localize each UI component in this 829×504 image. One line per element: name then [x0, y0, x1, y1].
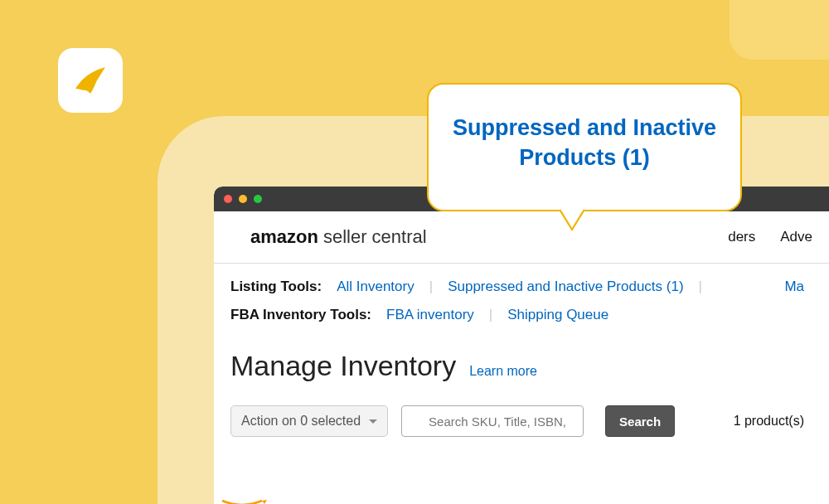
product-count: 1 product(s) [734, 414, 812, 429]
header-row: amazon seller central ders Adve [214, 211, 829, 264]
fba-tools-label: FBA Inventory Tools: [230, 307, 371, 323]
callout-bubble: Suppressed and Inactive Products (1) [427, 83, 742, 211]
top-nav-tail: ders Adve [728, 229, 829, 245]
page-heading: Manage Inventory Learn more [214, 335, 829, 389]
fba-tools-row: FBA Inventory Tools: FBA inventory | Shi… [230, 307, 812, 323]
search-box [401, 405, 584, 437]
tools-section: Listing Tools: All Inventory | Suppresse… [214, 264, 829, 323]
bulk-action-label: Action on 0 selected [241, 414, 361, 429]
brand-seller-central: seller central [323, 226, 427, 248]
separator: | [429, 279, 433, 295]
link-fba-inventory[interactable]: FBA inventory [386, 307, 474, 323]
listing-tools-label: Listing Tools: [230, 279, 322, 295]
link-tail-fragment[interactable]: Ma [784, 279, 812, 295]
decorative-corner [730, 0, 829, 60]
nav-item-advertising-fragment[interactable]: Adve [780, 229, 812, 245]
listing-tools-row: Listing Tools: All Inventory | Suppresse… [230, 279, 812, 295]
link-learn-more[interactable]: Learn more [469, 364, 537, 379]
action-bar: Action on 0 selected Search 1 product(s) [214, 389, 829, 437]
traffic-light-max-icon[interactable] [254, 195, 262, 203]
brand-amazon: amazon [250, 226, 318, 248]
brand-logo: amazon seller central [250, 226, 427, 248]
callout-text: Suppressed and Inactive Products (1) [453, 115, 716, 170]
bird-logo-icon [70, 61, 110, 100]
browser-window: amazon seller central ders Adve Listing … [214, 187, 829, 504]
chevron-down-icon [369, 419, 377, 424]
separator: | [489, 307, 492, 323]
link-all-inventory[interactable]: All Inventory [337, 279, 414, 295]
link-shipping-queue[interactable]: Shipping Queue [507, 307, 608, 323]
page-title: Manage Inventory [230, 350, 456, 382]
bulk-action-select[interactable]: Action on 0 selected [230, 405, 388, 437]
nav-item-orders-fragment[interactable]: ders [728, 229, 755, 245]
separator: | [699, 279, 702, 295]
app-logo-badge [58, 48, 123, 113]
link-suppressed-inactive[interactable]: Suppressed and Inactive Products (1) [448, 279, 683, 295]
search-input[interactable] [401, 405, 584, 437]
traffic-light-min-icon[interactable] [239, 195, 247, 203]
app-content: amazon seller central ders Adve Listing … [214, 211, 829, 437]
amazon-smile-icon [221, 499, 267, 504]
traffic-light-close-icon[interactable] [224, 195, 232, 203]
search-button[interactable]: Search [605, 405, 675, 437]
